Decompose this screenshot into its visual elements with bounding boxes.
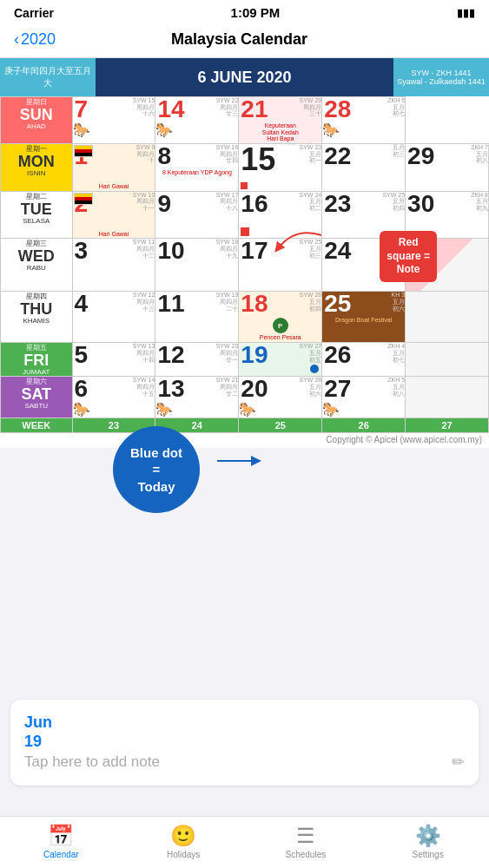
syw-7: SYW 15周四月十六 <box>133 97 155 117</box>
day-label-mon: 星期一 MON ISNIN <box>1 144 73 192</box>
date-cell-6[interactable]: 6 SYW 14周四月十五 🐎 <box>72 377 155 418</box>
edit-icon[interactable]: ✏ <box>452 753 465 772</box>
date-7: 7 <box>73 97 89 122</box>
syw-27: ZKH 5五月初八 <box>387 377 405 397</box>
date-13: 13 <box>155 377 184 401</box>
note-section: Jun 19 Tap here to add note ✏ <box>10 700 479 786</box>
date-cell-26[interactable]: 26 ZKH 4五月初七 <box>322 343 406 377</box>
date-cell-13[interactable]: 13 SYW 21周四月廿二 🐎 <box>155 377 239 418</box>
date-8: 8 <box>155 144 171 168</box>
syw-28: ZKH 6五月初七 <box>387 97 405 117</box>
syw-17: SYW 25五月初三 <box>300 239 322 259</box>
date-6: 6 <box>73 377 89 401</box>
date-9: 9 <box>155 192 171 216</box>
date-18: 18 <box>239 292 268 316</box>
settings-tab-icon: ⚙️ <box>415 824 441 848</box>
syw-20: SYW 28五月初六 <box>300 377 322 397</box>
date-cell-15[interactable]: 15 SYW 23五月初一 <box>239 144 322 192</box>
horse-icon-27: 🐎 <box>322 401 405 418</box>
date-26: 26 <box>322 343 351 367</box>
tab-holidays[interactable]: 🙂 Holidays <box>122 824 245 859</box>
date-cell-16[interactable]: 16 SYW 24五月初二 <box>239 191 322 239</box>
hari-gawai-label-2: Hari Gawai <box>73 230 155 239</box>
nav-bar: ‹ 2020 Malaysia Calendar <box>0 23 489 58</box>
copyright: Copyright © Apicel (www.apicel.com.my) <box>0 433 489 448</box>
day-malay-thu: KHAMIS <box>1 317 72 325</box>
date-25: 25 <box>322 292 351 316</box>
tab-schedules[interactable]: ☰ Schedules <box>245 824 367 859</box>
syw-5: SYW 13周四月十四 <box>133 343 155 363</box>
date-cell-10[interactable]: 10 SYW 18周四月十九 <box>155 239 239 292</box>
status-bar: Carrier 1:09 PM ▮▮▮ <box>0 0 489 23</box>
back-button[interactable]: ‹ 2020 <box>14 30 56 49</box>
date-cell-28[interactable]: 28 ZKH 6五月初七 🐎 <box>322 97 406 144</box>
dragon-boat-label: Dragon Boat Festival <box>322 316 405 325</box>
calendar-row-6: 星期五 FRI JUMAAT 5 SYW 13周四月十四 <box>1 343 489 377</box>
date-30: 30 <box>406 192 434 216</box>
battery-icon: ▮▮▮ <box>457 7 475 19</box>
note-input-row: Tap here to add note ✏ <box>24 753 465 772</box>
horse-icon-7: 🐎 <box>73 122 155 138</box>
date-16: 16 <box>239 192 268 216</box>
syw-10: SYW 18周四月十九 <box>216 239 239 259</box>
schedules-tab-label: Schedules <box>286 850 327 859</box>
date-cell-4[interactable]: 4 SYW 12周四月十三 <box>72 292 155 343</box>
date-cell-14[interactable]: 14 SYW 22周四月廿三 🐎 <box>155 97 239 144</box>
syw-23: SYW 25五月初四 <box>382 192 405 212</box>
day-label-tue: 星期二 TUE SELASA <box>1 191 73 239</box>
horse-icon-13: 🐎 <box>155 401 238 418</box>
date-cell-3[interactable]: 3 SYW 11周四月十二 <box>72 239 155 292</box>
date-cell-11[interactable]: 11 SYW 19周四月二十 <box>155 292 239 343</box>
syw-30: ZKH 8五月初九 <box>471 192 488 212</box>
date-cell-12[interactable]: 12 SYW 20周四月廿一 <box>155 343 239 377</box>
date-cell-2[interactable]: 2 SYW 10周四月十一 Hari Gawai <box>72 191 155 239</box>
carrier-label: Carrier <box>14 6 54 20</box>
week-number-row: WEEK 23 24 25 26 27 <box>1 418 489 433</box>
date-cell-8[interactable]: 8 SYW 16周四月廿四 8 Keputeraan YDP Agong <box>155 144 239 192</box>
date-cell-7[interactable]: 7 SYW 15周四月十六 🐎 <box>72 97 155 144</box>
date-cell-9[interactable]: 9 SYW 17周四月十八 <box>155 191 239 239</box>
date-cell-22[interactable]: 22 五月初三 <box>322 144 406 192</box>
holiday-text-21: KeputeraanSultan KedahHari Bapa <box>239 122 321 143</box>
note-day: 19 <box>24 733 42 750</box>
tab-settings[interactable]: ⚙️ Settings <box>367 824 489 859</box>
syw-1: SYW 9周四月十 <box>136 144 155 164</box>
date-20: 20 <box>239 377 268 401</box>
date-cell-21[interactable]: 21 SYW 29周四月三十 KeputeraanSultan KedahHar… <box>239 97 322 144</box>
date-cell-5[interactable]: 5 SYW 13周四月十四 <box>72 343 155 377</box>
syw-15: SYW 23五月初一 <box>300 144 322 164</box>
day-malay-sat: SABTU <box>1 402 72 410</box>
day-en-thu: THU <box>1 301 72 317</box>
date-cell-18[interactable]: 18 SYW 26五月初四 P Pencen Pesara <box>239 292 322 343</box>
sarawak-flag-2 <box>74 193 93 205</box>
week-27: 27 <box>406 418 489 433</box>
back-label: 2020 <box>21 30 56 49</box>
syw-16: SYW 24五月初二 <box>300 192 322 212</box>
syw-11: SYW 19周四月二十 <box>216 292 239 312</box>
date-cell-29[interactable]: 29 ZKH 7五月初八 <box>406 144 489 192</box>
syw-29: ZKH 7五月初八 <box>471 144 488 164</box>
date-cell-17[interactable]: 17 SYW 25五月初三 <box>239 239 322 292</box>
tab-calendar[interactable]: 📅 Calendar <box>0 824 122 859</box>
horse-icon-28: 🐎 <box>322 122 405 138</box>
holidays-tab-icon: 🙂 <box>170 824 196 848</box>
syw-12: SYW 20周四月廿一 <box>216 343 239 363</box>
syw-2: SYW 10周四月十一 <box>133 192 155 212</box>
chevron-left-icon: ‹ <box>14 30 19 49</box>
calendar-row-2: 星期一 MON ISNIN 1 SYW 9周四月十 Hari Gawai <box>1 144 489 192</box>
time-label: 1:09 PM <box>231 5 281 20</box>
date-cell-25[interactable]: 25 KH 3五月初六 Dragon Boat Festival <box>322 292 406 343</box>
date-cell-sat-empty <box>406 377 489 418</box>
note-placeholder[interactable]: Tap here to add note <box>24 753 160 771</box>
date-cell-1[interactable]: 1 SYW 9周四月十 Hari Gawai <box>72 144 155 192</box>
date-cell-27[interactable]: 27 ZKH 5五月初八 🐎 <box>322 377 406 418</box>
date-21: 21 <box>239 97 268 122</box>
syw-18: SYW 26五月初四 <box>300 292 322 312</box>
date-cell-20[interactable]: 20 SYW 28五月初六 🐎 <box>239 377 322 418</box>
date-10: 10 <box>155 239 184 263</box>
horse-icon-6: 🐎 <box>73 401 155 418</box>
date-cell-fri-empty <box>406 343 489 377</box>
date-cell-19-today[interactable]: 19 SYW 27五月初五 <box>239 343 322 377</box>
syw-22: 五月初三 <box>393 144 405 164</box>
syw-26: ZKH 4五月初七 <box>387 343 405 363</box>
